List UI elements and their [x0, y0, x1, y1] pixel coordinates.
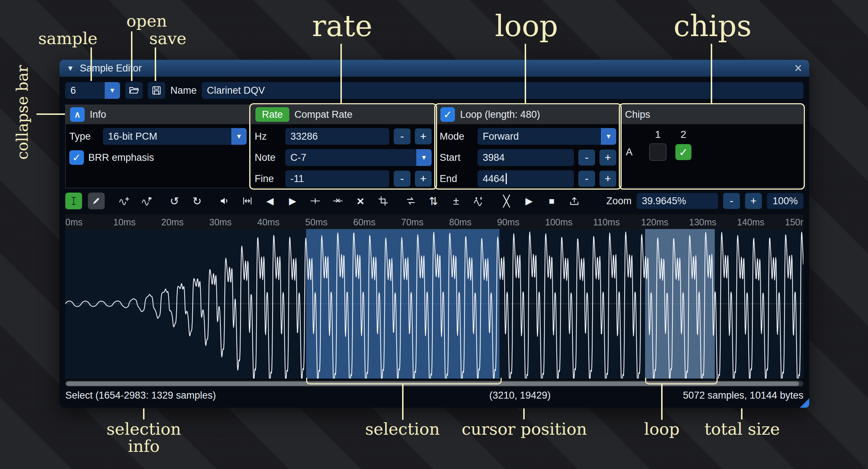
fine-minus-button[interactable]: -: [394, 171, 410, 187]
rate-button[interactable]: Rate: [255, 107, 289, 122]
loop-mode-value: Forward: [478, 128, 601, 145]
chevron-down-icon[interactable]: ▼: [105, 82, 120, 99]
close-icon[interactable]: ×: [794, 62, 802, 75]
chip-a1-checkbox[interactable]: [649, 143, 667, 161]
sample-editor-window: ▼ Sample Editor × 6 ▼ Name Clarinet DQV …: [59, 60, 809, 408]
loop-end-label: End: [440, 173, 473, 185]
loop-start-plus-button[interactable]: +: [599, 150, 616, 166]
info-panel: ∧ Info Type 16-bit PCM ▼ ✓ BRR emphasis: [65, 105, 251, 188]
ruler-tick: 80ms: [449, 217, 471, 228]
ruler-tick: 70ms: [401, 217, 424, 228]
loop-enable-checkbox[interactable]: ✓: [440, 107, 455, 122]
resize-horizontal-icon: [242, 196, 252, 206]
fine-plus-button[interactable]: +: [415, 171, 432, 187]
titlebar[interactable]: ▼ Sample Editor ×: [59, 60, 809, 77]
apply-silence-button[interactable]: [329, 193, 346, 209]
delete-button[interactable]: ×: [352, 193, 369, 209]
loop-start-input[interactable]: 3984: [478, 149, 574, 166]
type-value: 16-bit PCM: [103, 128, 231, 145]
redo-button[interactable]: ↻: [189, 193, 205, 209]
ruler-tick: 40ms: [257, 217, 279, 228]
loop-mode-label: Mode: [440, 131, 473, 142]
loop-start-minus-button[interactable]: -: [578, 150, 595, 166]
sections-row: ∧ Info Type 16-bit PCM ▼ ✓ BRR emphasis: [65, 105, 803, 188]
zoom-reset-button[interactable]: 100%: [767, 193, 803, 209]
loop-mode-select[interactable]: Forward ▼: [478, 128, 616, 145]
annotation-line-total-size: [741, 408, 742, 419]
crossfade-button[interactable]: ╳: [498, 193, 515, 209]
scrollbar-thumb[interactable]: [66, 381, 799, 386]
ruler-tick: 140ms: [737, 217, 764, 228]
zoom-in-button[interactable]: +: [745, 193, 762, 209]
ruler-tick: 90ms: [497, 217, 520, 228]
invert-button[interactable]: ⇅: [425, 193, 442, 209]
open-button[interactable]: [125, 82, 143, 99]
preview-button[interactable]: ▶: [521, 193, 537, 209]
hz-plus-button[interactable]: +: [415, 128, 432, 144]
chevron-down-icon[interactable]: ▼: [601, 128, 616, 145]
chevron-down-icon[interactable]: ▼: [231, 128, 247, 145]
fade-in-button[interactable]: ▶: [284, 193, 301, 209]
normalize-button[interactable]: [239, 193, 256, 209]
wavetable-flag-icon: [142, 196, 152, 206]
resample-button[interactable]: [116, 193, 132, 209]
brr-emphasis-checkbox[interactable]: ✓: [69, 150, 84, 165]
hz-input[interactable]: 33286: [285, 128, 389, 145]
note-select[interactable]: C-7 ▼: [285, 149, 432, 166]
fade-out-button[interactable]: ◀: [262, 193, 278, 209]
trim-button[interactable]: [375, 193, 391, 209]
loop-end-plus-button[interactable]: +: [599, 171, 616, 187]
loop-end-input[interactable]: 4464: [478, 170, 574, 187]
loop-header: ✓ Loop (length: 480): [436, 105, 620, 124]
sign-invert-button[interactable]: ±: [448, 193, 464, 209]
stop-preview-button[interactable]: ■: [543, 193, 560, 209]
hz-minus-button[interactable]: -: [394, 128, 410, 144]
name-input[interactable]: Clarinet DQV: [202, 82, 803, 99]
trim-crop-icon: [378, 196, 388, 206]
note-label: Note: [255, 152, 281, 163]
rate-header: Rate Compat Rate: [251, 105, 435, 124]
status-selection-info: Select (1654-2983: 1329 samples): [65, 390, 216, 401]
hz-value: 33286: [290, 131, 318, 142]
status-cursor-position: (3210, 19429): [489, 390, 551, 401]
resize-grip[interactable]: [800, 398, 809, 408]
play-icon: ▶: [525, 195, 533, 207]
info-collapse-button[interactable]: ∧: [70, 107, 85, 122]
zoom-label: Zoom: [606, 195, 632, 207]
create-wavetable-button[interactable]: [138, 193, 155, 209]
ruler-tick: 110ms: [593, 217, 620, 228]
ruler-tick: 100ms: [545, 217, 572, 228]
ruler-tick: 130ms: [689, 217, 717, 228]
draw-mode-button[interactable]: [88, 193, 105, 209]
type-select[interactable]: 16-bit PCM ▼: [103, 128, 247, 145]
filter-button[interactable]: [470, 193, 487, 209]
export-button[interactable]: [566, 193, 583, 209]
name-value: Clarinet DQV: [207, 85, 265, 96]
insert-silence-button[interactable]: [307, 193, 324, 209]
sample-number-select[interactable]: 6 ▼: [65, 82, 120, 99]
select-mode-button[interactable]: [65, 193, 82, 209]
annotation-sample: sample: [28, 30, 108, 47]
stop-icon: ■: [549, 195, 555, 207]
window-collapse-icon[interactable]: ▼: [67, 64, 74, 73]
note-value: C-7: [285, 149, 416, 166]
fine-input[interactable]: -11: [285, 170, 389, 187]
loop-end-minus-button[interactable]: -: [578, 171, 595, 187]
open-folder-icon: [129, 85, 139, 96]
chevron-down-icon[interactable]: ▼: [416, 149, 432, 166]
zoom-out-button[interactable]: -: [723, 193, 740, 209]
amplify-button[interactable]: [216, 193, 233, 209]
invert-icon: ⇅: [429, 195, 438, 208]
save-button[interactable]: [148, 82, 165, 99]
speaker-icon: [220, 196, 230, 206]
horizontal-scrollbar[interactable]: [65, 381, 803, 387]
zoom-input[interactable]: 39.9645%: [637, 193, 718, 209]
chips-header: Chips: [621, 105, 803, 124]
waveform-view[interactable]: [65, 229, 803, 379]
reverse-button[interactable]: [402, 193, 419, 209]
delete-icon: ×: [357, 194, 364, 208]
annotation-chips: chips: [661, 11, 764, 42]
floppy-disk-icon: [151, 85, 162, 96]
undo-button[interactable]: ↺: [166, 193, 183, 209]
chip-a2-checkbox[interactable]: ✓: [675, 144, 691, 160]
